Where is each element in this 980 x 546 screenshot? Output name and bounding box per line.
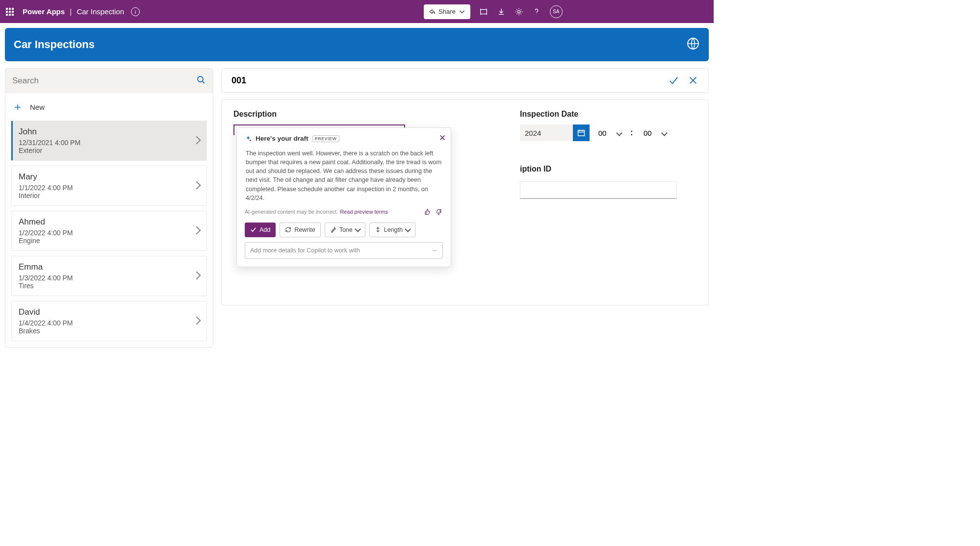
new-label: New	[30, 103, 45, 111]
search-input[interactable]	[12, 76, 196, 86]
copilot-tone-button[interactable]: Tone	[325, 223, 365, 237]
iption-id-label: iption ID	[520, 165, 696, 174]
confirm-icon[interactable]	[668, 75, 679, 86]
date-year-fragment[interactable]: 2024	[520, 124, 573, 141]
description-label: Description	[233, 110, 490, 119]
chevron-down-icon	[661, 130, 668, 136]
record-id: 001	[232, 75, 246, 86]
app-topbar: Power Apps | Car Inspection i Share SA	[0, 0, 714, 23]
waffle-icon[interactable]	[6, 8, 14, 16]
fit-icon[interactable]	[479, 7, 488, 16]
new-button[interactable]: ＋ New	[5, 93, 213, 121]
info-icon[interactable]: i	[131, 7, 140, 16]
chevron-right-icon	[194, 136, 200, 145]
item-date: 1/1/2022 4:00 PM	[19, 184, 200, 192]
svg-rect-0	[480, 9, 487, 14]
thumbs-up-icon[interactable]	[423, 208, 431, 216]
item-name: John	[19, 127, 200, 137]
copilot-draft-text: The inspection went well. However, there…	[245, 149, 443, 202]
list-item[interactable]: Emma1/3/2022 4:00 PMTires	[11, 256, 207, 296]
item-date: 12/31/2021 4:00 PM	[19, 139, 200, 147]
avatar[interactable]: SA	[550, 5, 563, 18]
hour-select[interactable]: 00	[590, 124, 628, 141]
product-name: Power Apps	[23, 7, 65, 16]
svg-point-1	[517, 10, 520, 13]
item-type: Brakes	[19, 327, 200, 335]
list-item[interactable]: David1/4/2022 4:00 PMBrakes	[11, 301, 207, 341]
breadcrumb-sep: |	[70, 7, 72, 16]
detail-body: Description Here's your draft PREVIEW ✕ …	[221, 99, 709, 305]
svg-rect-5	[578, 130, 585, 136]
app-name: Car Inspection	[77, 7, 124, 16]
item-type: Exterior	[19, 147, 200, 154]
item-name: Emma	[19, 262, 200, 272]
detail-panel: 001 Description Here's yo	[221, 68, 709, 305]
item-date: 1/4/2022 4:00 PM	[19, 319, 200, 327]
copilot-length-button[interactable]: Length	[369, 223, 415, 237]
minute-select[interactable]: 00	[635, 124, 673, 141]
chevron-right-icon	[194, 272, 200, 280]
share-button[interactable]: Share	[424, 4, 470, 19]
gear-icon[interactable]	[515, 7, 523, 16]
svg-point-3	[198, 76, 203, 82]
globe-icon[interactable]	[686, 37, 700, 52]
close-icon[interactable]	[688, 75, 698, 86]
download-icon[interactable]	[497, 7, 506, 16]
inspection-date-label: Inspection Date	[520, 110, 696, 119]
list-item[interactable]: Ahmed1/2/2022 4:00 PMEngine	[11, 211, 207, 251]
copilot-more-input[interactable]: Add more details for Copilot to work wit…	[245, 242, 443, 259]
preview-badge: PREVIEW	[312, 135, 339, 142]
item-type: Engine	[19, 237, 200, 245]
list-item[interactable]: John12/31/2021 4:00 PMExterior	[11, 121, 207, 161]
item-date: 1/2/2022 4:00 PM	[19, 229, 200, 237]
inspection-date-input[interactable]: 2024 00 : 00	[520, 124, 696, 141]
item-name: David	[19, 307, 200, 317]
inspection-list-panel: ＋ New John12/31/2021 4:00 PMExteriorMary…	[5, 68, 213, 347]
iption-id-input[interactable]	[520, 181, 677, 199]
item-type: Interior	[19, 192, 200, 199]
chevron-right-icon	[194, 181, 200, 190]
chevron-down-icon	[616, 130, 622, 136]
breadcrumb: Power Apps | Car Inspection	[23, 7, 124, 16]
copilot-disclaimer: AI-generated content may be incorrect. R…	[245, 208, 443, 216]
copilot-sparkle-icon	[245, 135, 252, 142]
plus-icon: ＋	[12, 99, 23, 114]
svg-point-4	[250, 140, 251, 141]
calendar-icon[interactable]	[573, 124, 590, 141]
item-name: Mary	[19, 172, 200, 182]
copilot-close-icon[interactable]: ✕	[439, 133, 446, 143]
help-icon[interactable]	[532, 7, 541, 16]
list-item[interactable]: Mary1/1/2022 4:00 PMInterior	[11, 166, 207, 206]
item-date: 1/3/2022 4:00 PM	[19, 274, 200, 282]
chevron-down-icon	[459, 8, 465, 15]
chevron-right-icon	[194, 317, 200, 325]
item-name: Ahmed	[19, 217, 200, 227]
item-type: Tires	[19, 282, 200, 290]
search-icon[interactable]	[196, 75, 206, 87]
copilot-title: Here's your draft	[256, 135, 309, 142]
page-header: Car Inspections	[5, 28, 709, 61]
copilot-popover: Here's your draft PREVIEW ✕ The inspecti…	[236, 127, 451, 267]
copilot-add-button[interactable]: Add	[245, 223, 276, 237]
search-row	[5, 69, 213, 93]
page-title: Car Inspections	[14, 38, 95, 51]
share-icon	[429, 8, 436, 15]
copilot-rewrite-button[interactable]: Rewrite	[280, 223, 320, 237]
chevron-right-icon	[194, 226, 200, 235]
detail-header: 001	[221, 68, 709, 93]
thumbs-down-icon[interactable]	[436, 208, 443, 216]
preview-terms-link[interactable]: Read preview terms	[340, 209, 388, 215]
arrow-right-icon: →	[432, 247, 438, 254]
